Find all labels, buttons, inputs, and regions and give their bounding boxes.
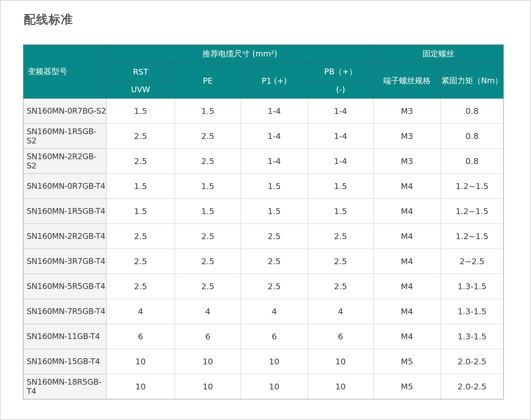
table-row: SN160MN-3R7GB-T42.52.52.52.5M42~2.5 xyxy=(23,249,504,274)
table-row: SN160MN-2R2GB-S22.52.51-41-4M30.8 xyxy=(23,148,504,173)
col-header-terminal-screw-spec: 端子螺丝规格 xyxy=(373,63,441,98)
value-cell-screw: M4 xyxy=(373,224,441,249)
value-cell-rst_uvw: 6 xyxy=(106,324,175,349)
value-cell-pe: 6 xyxy=(175,324,241,349)
value-cell-torque: 1.3-1.5 xyxy=(441,274,504,299)
value-cell-torque: 0.8 xyxy=(441,98,504,123)
value-cell-pe: 4 xyxy=(175,299,241,324)
model-cell: SN160MN-2R2GB-S2 xyxy=(23,148,106,173)
table-row: SN160MN-7R5GB-T44444M41.3-1.5 xyxy=(23,299,504,324)
value-cell-pb: 1-4 xyxy=(308,123,373,148)
value-cell-p1: 2.5 xyxy=(241,249,308,274)
wiring-spec-table: 变频器型号 推荐电缆尺寸 (mm²) 固定螺丝 RST PE P1 (+) PB… xyxy=(23,44,504,399)
col-header-inverter-model: 变频器型号 xyxy=(23,45,106,98)
value-cell-pe: 10 xyxy=(175,349,241,374)
value-cell-screw: M3 xyxy=(373,123,441,148)
value-cell-p1: 10 xyxy=(241,349,308,374)
value-cell-screw: M4 xyxy=(373,173,441,199)
value-cell-rst_uvw: 1.5 xyxy=(106,98,175,123)
col-group-fixing-screw: 固定螺丝 xyxy=(373,45,504,63)
model-cell: SN160MN-2R2GB-T4 xyxy=(23,224,106,249)
value-cell-pe: 2.5 xyxy=(175,148,241,173)
value-cell-rst_uvw: 2.5 xyxy=(106,224,175,249)
value-cell-pb: 2.5 xyxy=(308,224,373,249)
value-cell-rst_uvw: 10 xyxy=(106,349,175,374)
value-cell-pb: 1-4 xyxy=(308,98,373,123)
value-cell-torque: 2~2.5 xyxy=(441,249,504,274)
value-cell-pe: 2.5 xyxy=(175,224,241,249)
value-cell-torque: 1.2~1.5 xyxy=(441,199,504,224)
table-body: SN160MN-0R7BG-S21.51.51-41-4M30.8SN160MN… xyxy=(23,98,504,399)
value-cell-rst_uvw: 4 xyxy=(106,299,175,324)
value-cell-screw: M4 xyxy=(373,324,441,349)
model-cell: SN160MN-11GB-T4 xyxy=(23,324,106,349)
value-cell-torque: 2.0-2.5 xyxy=(441,349,504,374)
model-cell: SN160MN-7R5GB-T4 xyxy=(23,299,106,324)
value-cell-pb: 2.5 xyxy=(308,249,373,274)
value-cell-p1: 1-4 xyxy=(241,123,308,148)
table-row: SN160MN-2R2GB-T42.52.52.52.5M41.2~1.5 xyxy=(23,224,504,249)
value-cell-p1: 6 xyxy=(241,324,308,349)
value-cell-pb: 2.5 xyxy=(308,274,373,299)
table-row: SN160MN-5R5GB-T42.52.52.52.5M41.3-1.5 xyxy=(23,274,504,299)
value-cell-pe: 2.5 xyxy=(175,249,241,274)
value-cell-p1: 4 xyxy=(241,299,308,324)
col-header-tightening-torque: 紧固力矩（Nm） xyxy=(441,63,504,98)
col-header-pb-plus: PB（+） xyxy=(308,63,373,81)
value-cell-pb: 6 xyxy=(308,324,373,349)
value-cell-rst_uvw: 2.5 xyxy=(106,274,175,299)
value-cell-torque: 2.0-2.5 xyxy=(441,374,504,399)
value-cell-pb: 10 xyxy=(308,349,373,374)
value-cell-rst_uvw: 1.5 xyxy=(106,199,175,224)
value-cell-pb: 1-4 xyxy=(308,148,373,173)
value-cell-rst_uvw: 10 xyxy=(106,374,175,399)
value-cell-p1: 1.5 xyxy=(241,199,308,224)
value-cell-screw: M4 xyxy=(373,299,441,324)
value-cell-pe: 1.5 xyxy=(175,173,241,199)
value-cell-pe: 2.5 xyxy=(175,274,241,299)
value-cell-torque: 1.2~1.5 xyxy=(441,173,504,199)
value-cell-screw: M4 xyxy=(373,199,441,224)
value-cell-pb: 4 xyxy=(308,299,373,324)
value-cell-pb: 1.5 xyxy=(308,173,373,199)
model-cell: SN160MN-3R7GB-T4 xyxy=(23,249,106,274)
value-cell-rst_uvw: 2.5 xyxy=(106,123,175,148)
value-cell-screw: M4 xyxy=(373,274,441,299)
header-group-row: 变频器型号 推荐电缆尺寸 (mm²) 固定螺丝 xyxy=(23,45,504,63)
value-cell-torque: 0.8 xyxy=(441,123,504,148)
value-cell-screw: M4 xyxy=(373,249,441,274)
value-cell-screw: M3 xyxy=(373,98,441,123)
value-cell-rst_uvw: 2.5 xyxy=(106,249,175,274)
col-header-pb-minus: (-) xyxy=(308,81,373,98)
value-cell-p1: 2.5 xyxy=(241,224,308,249)
value-cell-pe: 10 xyxy=(175,374,241,399)
model-cell: SN160MN-1R5GB-S2 xyxy=(23,123,106,148)
value-cell-screw: M5 xyxy=(373,349,441,374)
table-row: SN160MN-18R5GB-T410101010M52.0-2.5 xyxy=(23,374,504,399)
model-cell: SN160MN-1R5GB-T4 xyxy=(23,199,106,224)
value-cell-screw: M3 xyxy=(373,148,441,173)
value-cell-rst_uvw: 2.5 xyxy=(106,148,175,173)
table-row: SN160MN-0R7GB-T41.51.51.51.5M41.2~1.5 xyxy=(23,173,504,199)
value-cell-p1: 2.5 xyxy=(241,274,308,299)
table-row: SN160MN-0R7BG-S21.51.51-41-4M30.8 xyxy=(23,98,504,123)
col-header-p1: P1 (+) xyxy=(241,63,308,98)
value-cell-pb: 10 xyxy=(308,374,373,399)
model-cell: SN160MN-0R7BG-S2 xyxy=(23,98,106,123)
model-cell: SN160MN-18R5GB-T4 xyxy=(23,374,106,399)
model-cell: SN160MN-15GB-T4 xyxy=(23,349,106,374)
value-cell-pb: 1.5 xyxy=(308,199,373,224)
table-header: 变频器型号 推荐电缆尺寸 (mm²) 固定螺丝 RST PE P1 (+) PB… xyxy=(23,45,504,98)
value-cell-screw: M5 xyxy=(373,374,441,399)
value-cell-pe: 2.5 xyxy=(175,123,241,148)
value-cell-pe: 1.5 xyxy=(175,199,241,224)
model-cell: SN160MN-5R5GB-T4 xyxy=(23,274,106,299)
page-title: 配线标准 xyxy=(24,12,73,27)
value-cell-p1: 1-4 xyxy=(241,148,308,173)
model-cell: SN160MN-0R7GB-T4 xyxy=(23,173,106,199)
table-row: SN160MN-1R5GB-S22.52.51-41-4M30.8 xyxy=(23,123,504,148)
value-cell-rst_uvw: 1.5 xyxy=(106,173,175,199)
col-header-uvw: UVW xyxy=(106,81,175,98)
col-group-cable-size: 推荐电缆尺寸 (mm²) xyxy=(106,45,373,63)
value-cell-p1: 10 xyxy=(241,374,308,399)
